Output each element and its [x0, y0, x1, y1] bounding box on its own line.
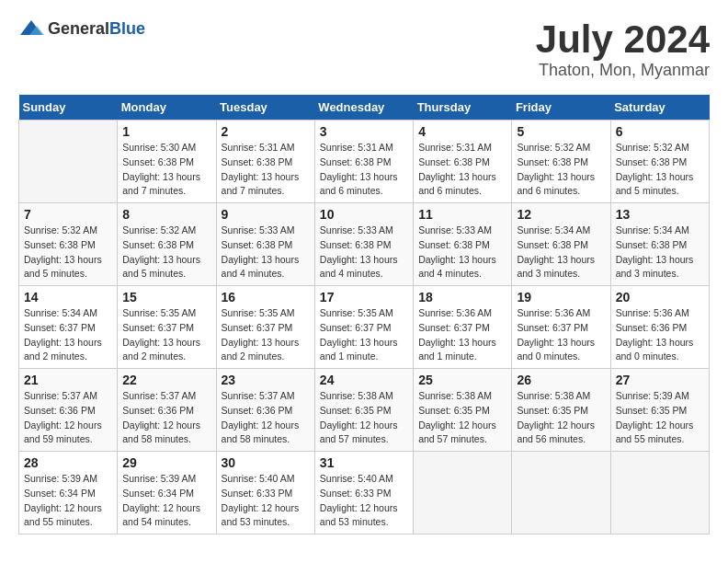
logo-text-blue: Blue — [109, 19, 145, 38]
day-number: 27 — [616, 373, 704, 387]
day-info: Sunrise: 5:35 AMSunset: 6:37 PMDaylight:… — [122, 306, 210, 364]
calendar-cell: 4Sunrise: 5:31 AMSunset: 6:38 PMDaylight… — [414, 121, 512, 203]
day-number: 29 — [122, 455, 210, 470]
day-info: Sunrise: 5:31 AMSunset: 6:38 PMDaylight:… — [320, 141, 408, 199]
day-number: 20 — [616, 290, 704, 304]
day-number: 6 — [616, 124, 704, 139]
day-number: 19 — [517, 290, 605, 304]
day-info: Sunrise: 5:32 AMSunset: 6:38 PMDaylight:… — [616, 141, 704, 199]
calendar-cell — [414, 452, 512, 534]
calendar-cell: 15Sunrise: 5:35 AMSunset: 6:37 PMDayligh… — [118, 286, 216, 369]
day-info: Sunrise: 5:38 AMSunset: 6:35 PMDaylight:… — [517, 389, 605, 447]
day-info: Sunrise: 5:39 AMSunset: 6:35 PMDaylight:… — [616, 389, 704, 447]
day-number: 31 — [320, 455, 408, 470]
day-number: 15 — [122, 290, 210, 304]
day-info: Sunrise: 5:34 AMSunset: 6:37 PMDaylight:… — [24, 306, 112, 364]
day-info: Sunrise: 5:35 AMSunset: 6:37 PMDaylight:… — [320, 306, 408, 364]
calendar-week-3: 21Sunrise: 5:37 AMSunset: 6:36 PMDayligh… — [19, 369, 710, 452]
day-info: Sunrise: 5:36 AMSunset: 6:37 PMDaylight:… — [418, 306, 506, 364]
calendar-cell: 24Sunrise: 5:38 AMSunset: 6:35 PMDayligh… — [314, 369, 413, 452]
day-number: 23 — [222, 373, 310, 387]
subtitle: Thaton, Mon, Myanmar — [536, 61, 710, 80]
calendar-cell: 21Sunrise: 5:37 AMSunset: 6:36 PMDayligh… — [19, 369, 118, 452]
calendar-cell: 18Sunrise: 5:36 AMSunset: 6:37 PMDayligh… — [414, 286, 512, 369]
day-number: 28 — [24, 455, 112, 470]
day-info: Sunrise: 5:33 AMSunset: 6:38 PMDaylight:… — [320, 224, 408, 282]
calendar-cell: 27Sunrise: 5:39 AMSunset: 6:35 PMDayligh… — [610, 369, 709, 452]
day-info: Sunrise: 5:33 AMSunset: 6:38 PMDaylight:… — [222, 224, 310, 282]
day-info: Sunrise: 5:39 AMSunset: 6:34 PMDaylight:… — [24, 472, 112, 530]
day-info: Sunrise: 5:33 AMSunset: 6:38 PMDaylight:… — [418, 224, 506, 282]
header-day-sunday: Sunday — [19, 95, 118, 121]
calendar-cell: 1Sunrise: 5:30 AMSunset: 6:38 PMDaylight… — [118, 121, 216, 203]
day-number: 10 — [320, 207, 408, 222]
calendar-cell: 30Sunrise: 5:40 AMSunset: 6:33 PMDayligh… — [216, 452, 314, 534]
day-info: Sunrise: 5:36 AMSunset: 6:37 PMDaylight:… — [517, 306, 605, 364]
calendar-week-1: 7Sunrise: 5:32 AMSunset: 6:38 PMDaylight… — [19, 203, 710, 286]
calendar-cell: 7Sunrise: 5:32 AMSunset: 6:38 PMDaylight… — [19, 203, 118, 286]
calendar-cell: 25Sunrise: 5:38 AMSunset: 6:35 PMDayligh… — [414, 369, 512, 452]
day-info: Sunrise: 5:40 AMSunset: 6:33 PMDaylight:… — [320, 472, 408, 530]
calendar-cell: 6Sunrise: 5:32 AMSunset: 6:38 PMDaylight… — [610, 121, 709, 203]
day-info: Sunrise: 5:38 AMSunset: 6:35 PMDaylight:… — [418, 389, 506, 447]
day-info: Sunrise: 5:34 AMSunset: 6:38 PMDaylight:… — [616, 224, 704, 282]
calendar-cell — [610, 452, 709, 534]
header-day-friday: Friday — [512, 95, 610, 121]
day-info: Sunrise: 5:37 AMSunset: 6:36 PMDaylight:… — [122, 389, 210, 447]
day-number: 5 — [517, 124, 605, 139]
header-day-thursday: Thursday — [414, 95, 512, 121]
day-number: 24 — [320, 373, 408, 387]
day-number: 14 — [24, 290, 112, 304]
calendar-cell: 14Sunrise: 5:34 AMSunset: 6:37 PMDayligh… — [19, 286, 118, 369]
day-info: Sunrise: 5:30 AMSunset: 6:38 PMDaylight:… — [122, 141, 210, 199]
day-number: 8 — [122, 207, 210, 222]
day-info: Sunrise: 5:39 AMSunset: 6:34 PMDaylight:… — [122, 472, 210, 530]
day-info: Sunrise: 5:40 AMSunset: 6:33 PMDaylight:… — [222, 472, 310, 530]
header-day-tuesday: Tuesday — [216, 95, 314, 121]
calendar-cell: 10Sunrise: 5:33 AMSunset: 6:38 PMDayligh… — [314, 203, 413, 286]
calendar-cell: 9Sunrise: 5:33 AMSunset: 6:38 PMDaylight… — [216, 203, 314, 286]
day-info: Sunrise: 5:32 AMSunset: 6:38 PMDaylight:… — [517, 141, 605, 199]
day-info: Sunrise: 5:32 AMSunset: 6:38 PMDaylight:… — [122, 224, 210, 282]
logo-text-general: General — [48, 19, 109, 38]
calendar-cell: 16Sunrise: 5:35 AMSunset: 6:37 PMDayligh… — [216, 286, 314, 369]
calendar-cell: 8Sunrise: 5:32 AMSunset: 6:38 PMDaylight… — [118, 203, 216, 286]
day-number: 30 — [222, 455, 310, 470]
calendar-table: SundayMondayTuesdayWednesdayThursdayFrid… — [18, 95, 710, 534]
day-number: 22 — [122, 373, 210, 387]
day-number: 13 — [616, 207, 704, 222]
day-info: Sunrise: 5:34 AMSunset: 6:38 PMDaylight:… — [517, 224, 605, 282]
calendar-cell: 31Sunrise: 5:40 AMSunset: 6:33 PMDayligh… — [314, 452, 413, 534]
logo: GeneralBlue — [18, 18, 145, 39]
day-number: 2 — [222, 124, 310, 139]
day-number: 7 — [24, 207, 112, 222]
day-number: 12 — [517, 207, 605, 222]
day-number: 1 — [122, 124, 210, 139]
header-day-monday: Monday — [118, 95, 216, 121]
calendar-cell: 26Sunrise: 5:38 AMSunset: 6:35 PMDayligh… — [512, 369, 610, 452]
calendar-cell: 28Sunrise: 5:39 AMSunset: 6:34 PMDayligh… — [19, 452, 118, 534]
day-info: Sunrise: 5:32 AMSunset: 6:38 PMDaylight:… — [24, 224, 112, 282]
calendar-week-0: 1Sunrise: 5:30 AMSunset: 6:38 PMDaylight… — [19, 121, 710, 203]
calendar-cell: 13Sunrise: 5:34 AMSunset: 6:38 PMDayligh… — [610, 203, 709, 286]
day-number: 11 — [418, 207, 506, 222]
calendar-cell: 2Sunrise: 5:31 AMSunset: 6:38 PMDaylight… — [216, 121, 314, 203]
calendar-cell: 29Sunrise: 5:39 AMSunset: 6:34 PMDayligh… — [118, 452, 216, 534]
calendar-cell: 3Sunrise: 5:31 AMSunset: 6:38 PMDaylight… — [314, 121, 413, 203]
day-number: 4 — [418, 124, 506, 139]
calendar-cell: 22Sunrise: 5:37 AMSunset: 6:36 PMDayligh… — [118, 369, 216, 452]
calendar-cell: 20Sunrise: 5:36 AMSunset: 6:36 PMDayligh… — [610, 286, 709, 369]
day-info: Sunrise: 5:35 AMSunset: 6:37 PMDaylight:… — [222, 306, 310, 364]
calendar-cell: 5Sunrise: 5:32 AMSunset: 6:38 PMDaylight… — [512, 121, 610, 203]
day-number: 17 — [320, 290, 408, 304]
header-day-wednesday: Wednesday — [314, 95, 413, 121]
day-number: 16 — [222, 290, 310, 304]
calendar-cell: 19Sunrise: 5:36 AMSunset: 6:37 PMDayligh… — [512, 286, 610, 369]
day-info: Sunrise: 5:37 AMSunset: 6:36 PMDaylight:… — [24, 389, 112, 447]
calendar-cell: 23Sunrise: 5:37 AMSunset: 6:36 PMDayligh… — [216, 369, 314, 452]
day-number: 25 — [418, 373, 506, 387]
day-number: 26 — [517, 373, 605, 387]
calendar-week-2: 14Sunrise: 5:34 AMSunset: 6:37 PMDayligh… — [19, 286, 710, 369]
calendar-week-4: 28Sunrise: 5:39 AMSunset: 6:34 PMDayligh… — [19, 452, 710, 534]
header-day-saturday: Saturday — [610, 95, 709, 121]
